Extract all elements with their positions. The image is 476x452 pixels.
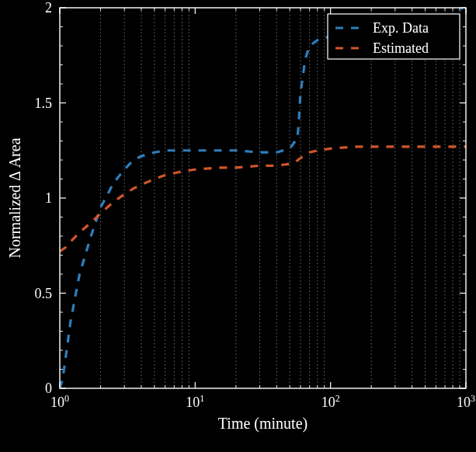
legend-entry-label: Exp. Data — [373, 20, 429, 36]
x-tick-label: 103 — [457, 393, 475, 410]
x-tick-label: 101 — [186, 393, 204, 410]
y-tick-label: 0 — [45, 381, 52, 396]
x-tick-label: 100 — [50, 393, 69, 410]
y-tick-label: 1.5 — [35, 96, 53, 111]
x-axis-label: Time (minute) — [218, 415, 307, 433]
legend: Exp. DataEstimated — [328, 14, 460, 59]
y-axis-label: Normalized Δ Area — [6, 137, 23, 258]
y-tick-label: 0.5 — [35, 286, 53, 301]
chart-figure: 10010110210300.511.52Time (minute)Normal… — [0, 0, 476, 452]
y-tick-label: 1 — [45, 190, 52, 206]
y-tick-label: 2 — [45, 0, 52, 16]
legend-entry-label: Estimated — [373, 40, 429, 56]
chart-svg: 10010110210300.511.52Time (minute)Normal… — [0, 0, 476, 452]
x-tick-label: 102 — [321, 393, 340, 410]
